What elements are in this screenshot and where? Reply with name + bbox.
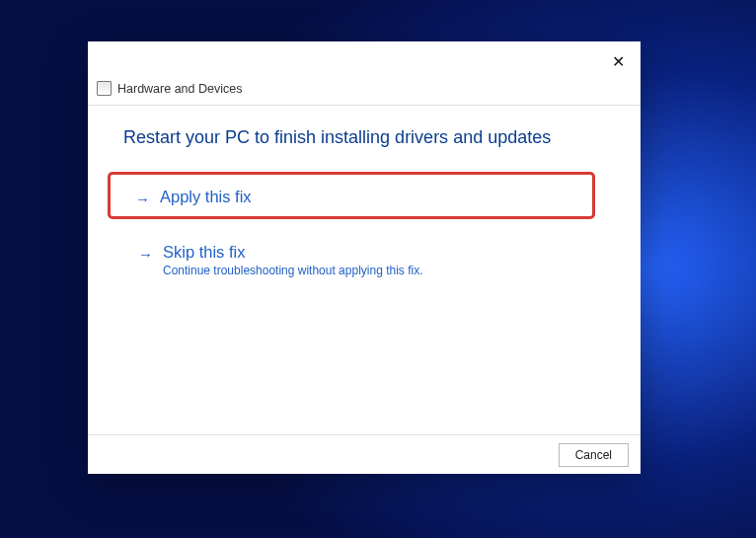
skip-fix-text: Skip this fix Continue troubleshooting w…: [163, 243, 423, 277]
apply-fix-label: Apply this fix: [160, 188, 252, 206]
close-button[interactable]: ✕: [609, 53, 627, 71]
dialog-title-row: Hardware and Devices: [97, 81, 242, 96]
close-icon: ✕: [612, 53, 625, 70]
arrow-right-icon: →: [135, 190, 150, 209]
troubleshooter-icon: [97, 81, 112, 96]
dialog-footer: Cancel: [88, 434, 641, 474]
dialog-body: Restart your PC to finish installing dri…: [88, 106, 641, 434]
dialog-header: ✕ Hardware and Devices: [88, 41, 641, 106]
skip-fix-subtext: Continue troubleshooting without applyin…: [163, 264, 423, 277]
dialog-title: Hardware and Devices: [117, 82, 242, 96]
dialog-heading: Restart your PC to finish installing dri…: [123, 127, 605, 148]
troubleshooter-dialog: ✕ Hardware and Devices Restart your PC t…: [88, 41, 641, 474]
apply-fix-option[interactable]: → Apply this fix: [108, 172, 595, 219]
skip-fix-label: Skip this fix: [163, 243, 423, 262]
skip-fix-option[interactable]: → Skip this fix Continue troubleshooting…: [111, 233, 605, 283]
arrow-right-icon: →: [138, 245, 153, 265]
cancel-button-label: Cancel: [575, 448, 612, 462]
apply-fix-text: Apply this fix: [160, 188, 252, 206]
cancel-button[interactable]: Cancel: [559, 443, 629, 467]
